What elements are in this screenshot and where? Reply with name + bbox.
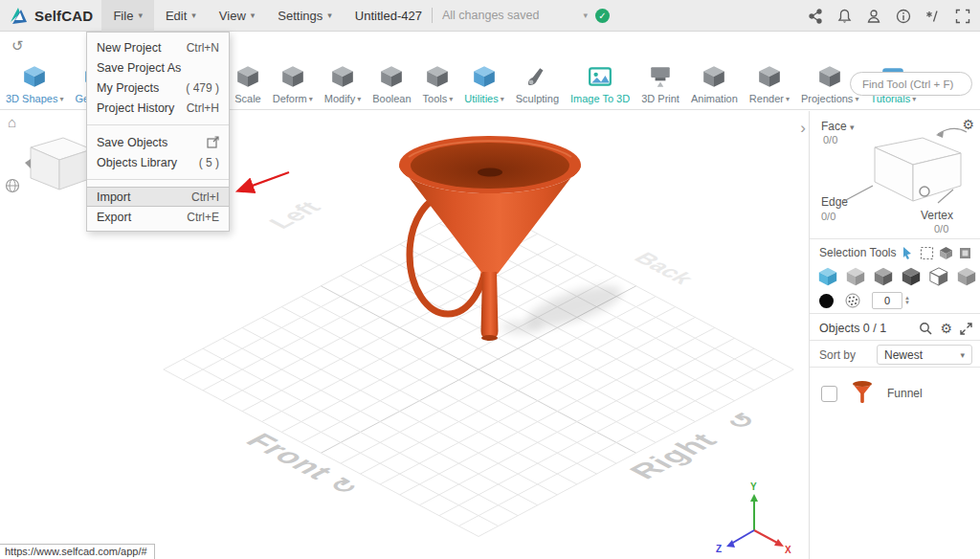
menu-settings[interactable]: Settings▾ xyxy=(266,0,344,32)
status-url-tooltip: https://www.selfcad.com/app/# xyxy=(0,544,155,559)
cube-icon xyxy=(22,64,47,89)
caret-down-icon[interactable]: ▾ xyxy=(583,11,588,20)
object-list-item[interactable]: Funnel xyxy=(810,368,980,419)
caret-down-icon: ▾ xyxy=(786,95,790,103)
save-status: All changes saved xyxy=(442,9,539,22)
selection-cube-graphic xyxy=(831,123,974,218)
face-select-icon[interactable] xyxy=(939,246,953,260)
selection-tolerance-input[interactable]: 0 xyxy=(872,292,902,309)
info-icon[interactable] xyxy=(896,9,911,24)
menu-item-new-project[interactable]: New ProjectCtrl+N xyxy=(87,37,229,57)
globe-icon[interactable] xyxy=(5,178,20,193)
printer-icon xyxy=(648,64,673,89)
objects-count-label: Objects 0 / 1 xyxy=(819,322,886,335)
marquee-select-icon[interactable] xyxy=(920,246,934,260)
tool-3d-shapes[interactable]: 3D Shapes▾ xyxy=(0,64,69,104)
object-name: Funnel xyxy=(887,387,923,400)
grid-label-right: Right xyxy=(622,429,725,483)
menu-item-my-projects[interactable]: My Projects( 479 ) xyxy=(87,78,229,98)
menu-item-project-history[interactable]: Project HistoryCtrl+H xyxy=(87,98,229,118)
rotate-ccw-icon[interactable]: ↺ xyxy=(719,409,765,433)
sort-dropdown[interactable]: Newest ▾ xyxy=(877,345,972,365)
axis-y-label: Y xyxy=(750,481,757,492)
grid-label-back: Back xyxy=(629,249,701,287)
tool-utilities[interactable]: Utilities▾ xyxy=(458,64,509,104)
home-view-icon[interactable]: ⌂ xyxy=(8,114,16,130)
caret-down-icon: ▾ xyxy=(327,11,332,20)
object-visibility-checkbox[interactable] xyxy=(821,386,837,402)
menu-edit[interactable]: Edit▾ xyxy=(154,0,208,32)
share-icon[interactable] xyxy=(808,9,823,24)
menu-bar: File▾ Edit▾ View▾ Settings▾ xyxy=(101,0,343,32)
file-menu-dropdown: New ProjectCtrl+N Save Project As My Pro… xyxy=(86,32,230,232)
menu-file[interactable]: File▾ xyxy=(101,0,153,32)
app-name: SelfCAD xyxy=(34,8,93,24)
cube-icon xyxy=(379,64,404,89)
selection-tools-label: Selection Tools xyxy=(819,246,897,259)
menu-item-import[interactable]: ImportCtrl+I xyxy=(87,187,229,207)
undo-icon[interactable]: ↺ xyxy=(11,37,24,55)
project-title[interactable]: Untitled-427 xyxy=(355,9,422,23)
axis-gizmo[interactable]: Y X Z xyxy=(716,481,791,555)
tool-render[interactable]: Render▾ xyxy=(744,64,795,104)
caret-down-icon: ▾ xyxy=(357,95,361,103)
tool-scale[interactable]: Scale xyxy=(229,64,267,104)
tool-3d-print[interactable]: 3D Print xyxy=(635,64,685,104)
rotate-cw-icon[interactable]: ↻ xyxy=(321,474,367,498)
shortcuts-icon[interactable] xyxy=(925,9,941,24)
box-select-icon[interactable] xyxy=(958,246,972,260)
notifications-bell-icon[interactable] xyxy=(837,9,852,24)
paint-select-black-icon[interactable] xyxy=(819,294,834,308)
halftone-select-icon[interactable] xyxy=(845,293,860,308)
select-mode-cube-2-icon[interactable] xyxy=(845,266,866,287)
expand-panel-icon[interactable] xyxy=(960,323,972,335)
menu-divider xyxy=(87,124,229,125)
tool-modify[interactable]: Modify▾ xyxy=(319,64,367,104)
menu-item-objects-library[interactable]: Objects Library( 5 ) xyxy=(87,152,229,172)
menu-item-export[interactable]: ExportCtrl+E xyxy=(87,207,229,227)
tool-boolean[interactable]: Boolean xyxy=(367,64,416,104)
tool-deform[interactable]: Deform▾ xyxy=(267,64,319,104)
select-mode-cube-6-icon[interactable] xyxy=(956,266,977,287)
caret-down-icon: ▾ xyxy=(960,350,965,360)
save-to-library-icon xyxy=(207,136,219,148)
tool-sculpting[interactable]: Sculpting xyxy=(510,64,565,104)
objects-header: Objects 0 / 1 ⚙ xyxy=(810,314,980,341)
select-mode-cube-5-icon[interactable] xyxy=(928,266,949,287)
menu-item-save-project-as[interactable]: Save Project As xyxy=(87,57,229,78)
sort-row: Sort by Newest ▾ xyxy=(810,341,980,368)
panel-collapse-chevron[interactable]: › xyxy=(800,119,806,138)
divider xyxy=(432,8,433,23)
saved-check-icon: ✓ xyxy=(595,9,610,23)
tool-tools[interactable]: Tools▾ xyxy=(417,64,459,104)
caret-down-icon: ▾ xyxy=(855,95,858,103)
objects-list: Funnel xyxy=(810,368,980,419)
find-tool-input[interactable] xyxy=(850,72,972,96)
select-mode-cube-3-icon[interactable] xyxy=(873,266,894,287)
caret-down-icon: ▾ xyxy=(449,95,453,103)
account-icon[interactable] xyxy=(866,9,881,24)
selection-info-section: Face ▾ 0/0 Edge 0/0 Vertex 0/0 ⚙ xyxy=(810,111,980,239)
cursor-select-icon[interactable] xyxy=(901,246,915,260)
stepper-arrows[interactable]: ▲▼ xyxy=(904,296,910,305)
fullscreen-icon[interactable] xyxy=(955,9,970,24)
tool-image-to-3d[interactable]: Image To 3D xyxy=(565,64,635,104)
caret-down-icon: ▾ xyxy=(59,95,63,103)
funnel-thumbnail xyxy=(851,381,874,406)
select-mode-cube-4-icon[interactable] xyxy=(901,266,922,287)
menu-item-save-objects[interactable]: Save Objects xyxy=(87,132,229,152)
tool-animation[interactable]: Animation xyxy=(685,64,744,104)
cube-icon xyxy=(817,64,842,89)
caret-down-icon: ▾ xyxy=(309,95,313,103)
cube-icon xyxy=(757,64,782,89)
axis-z-label: Z xyxy=(716,544,722,554)
search-objects-icon[interactable] xyxy=(919,322,932,335)
caret-down-icon: ▾ xyxy=(501,95,504,103)
axis-x-label: X xyxy=(785,545,791,555)
cube-icon xyxy=(235,64,260,89)
objects-settings-gear-icon[interactable]: ⚙ xyxy=(940,321,952,336)
vertex-count: 0/0 xyxy=(934,223,948,235)
top-bar: SelfCAD File▾ Edit▾ View▾ Settings▾ Unti… xyxy=(0,0,980,32)
select-mode-cube-1-icon[interactable] xyxy=(817,266,838,287)
menu-view[interactable]: View▾ xyxy=(208,0,266,32)
